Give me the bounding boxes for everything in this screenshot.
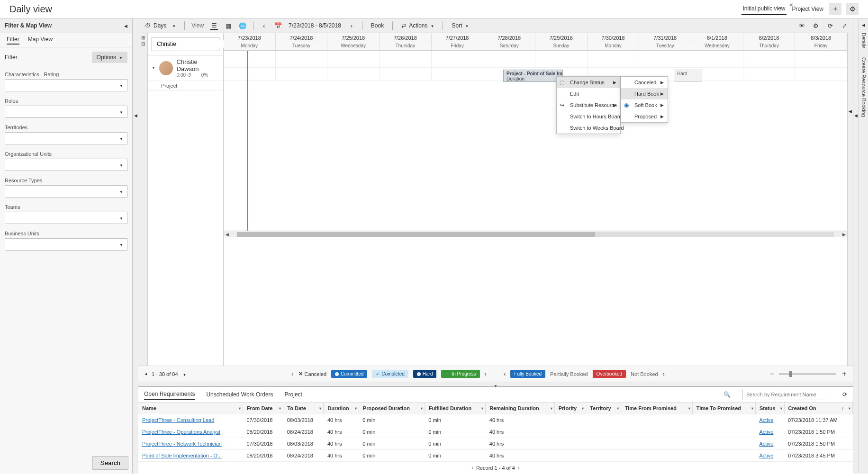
refresh-icon[interactable]: ⟳ [842, 391, 847, 398]
search-icon[interactable]: 🔍 [723, 391, 731, 398]
day-cell[interactable] [639, 51, 691, 67]
pager-next[interactable]: › [518, 465, 520, 471]
eye-icon[interactable]: 👁 [798, 22, 805, 29]
search-input[interactable] [156, 40, 229, 48]
grid-view-button[interactable]: ▦ [225, 22, 232, 29]
menu-edit[interactable]: Edit [557, 88, 620, 99]
menu-status-canceled[interactable]: Canceled▶ [621, 77, 668, 88]
refresh-icon[interactable]: ⟳ [826, 22, 834, 29]
day-cell[interactable] [380, 51, 432, 67]
status-link[interactable]: Active [759, 417, 773, 423]
zoom-slider[interactable] [779, 373, 836, 375]
column-header[interactable]: Fulfilled Duration▾ [425, 403, 486, 414]
column-header[interactable]: Proposed Duration▾ [359, 403, 425, 414]
tab-map-view[interactable]: Map View [28, 36, 53, 45]
filter-select[interactable] [5, 132, 127, 144]
column-header[interactable]: Remaining Duration▾ [486, 403, 554, 414]
menu-change-status[interactable]: ◌ Change Status ▶ [557, 77, 620, 88]
day-cell[interactable] [795, 51, 847, 67]
menu-switch-hours[interactable]: Switch to Hours Board [557, 111, 620, 122]
resource-subrow[interactable]: Project [148, 81, 223, 91]
legend-next2[interactable]: › [663, 370, 665, 377]
column-header[interactable]: Duration▾ [324, 403, 359, 414]
legend-committed[interactable]: Committed [331, 370, 367, 378]
legend-not[interactable]: Not Booked [631, 371, 658, 377]
list-view-button[interactable]: ☰ [210, 22, 218, 30]
status-link[interactable]: Active [759, 453, 773, 458]
book-button[interactable]: Book [369, 21, 386, 30]
prev-range-button[interactable]: ‹ [260, 22, 268, 29]
day-cell[interactable] [743, 68, 796, 81]
prev-page-button[interactable] [142, 372, 148, 376]
day-cell[interactable] [380, 68, 432, 81]
status-link[interactable]: Active [759, 441, 773, 447]
day-cell[interactable] [327, 51, 380, 67]
fullscreen-icon[interactable]: ⤢ [841, 22, 848, 29]
table-row[interactable]: ProjectThree - Consulting Lead07/30/2018… [138, 414, 853, 426]
column-header[interactable]: Time From Promised▾ [621, 403, 692, 414]
legend-next[interactable]: › [485, 370, 487, 377]
day-cell[interactable] [743, 51, 796, 67]
day-cell[interactable] [224, 51, 276, 67]
requirement-link[interactable]: ProjectThree - Operations Analyst [142, 429, 220, 435]
legend-fully[interactable]: Fully Booked [510, 370, 545, 378]
legend-over[interactable]: Overbooked [593, 370, 626, 378]
day-cell[interactable] [276, 68, 328, 81]
day-cell[interactable] [224, 68, 276, 81]
resource-row[interactable]: Christie Dawson 0:00 ⏱ 0% [148, 55, 223, 81]
legend-inprogress[interactable]: ⋯In Progress [441, 370, 479, 378]
zoom-out-button[interactable]: − [770, 370, 774, 378]
legend-completed[interactable]: Completed [372, 370, 408, 378]
column-header[interactable]: Time To Promised▾ [692, 403, 755, 414]
column-header[interactable]: Priority▾ [554, 403, 586, 414]
column-header[interactable]: To Date▾ [283, 403, 324, 414]
table-row[interactable]: ProjectThree - Operations Analyst08/20/2… [138, 426, 853, 438]
legend-canceled[interactable]: ✕Canceled [298, 371, 326, 377]
column-header[interactable]: From Date▾ [243, 403, 283, 414]
collapse-sidebar-button[interactable] [124, 22, 127, 29]
splitter-left[interactable] [133, 18, 138, 474]
day-cell[interactable] [795, 68, 847, 81]
splitter-grid-right[interactable] [847, 33, 853, 366]
settings-button[interactable]: ⚙ [846, 3, 859, 15]
requirement-link[interactable]: ProjectThree - Network Technician [142, 441, 222, 447]
tab-filter[interactable]: Filter [7, 36, 19, 45]
requirement-link[interactable]: Point of Sale Implementation - O... [142, 453, 222, 458]
column-header[interactable]: Created On▾↑ [784, 403, 852, 414]
filter-select[interactable] [5, 238, 127, 251]
column-header[interactable]: Territory▾ [586, 403, 621, 414]
requirement-link[interactable]: ProjectThree - Consulting Lead [142, 417, 214, 423]
status-link[interactable]: Active [759, 429, 773, 435]
expand-resource-icon[interactable] [152, 66, 155, 70]
horizontal-scrollbar[interactable]: ◀▶ [224, 231, 847, 237]
collapse-all-button[interactable]: ⊟ [141, 41, 145, 46]
actions-dropdown[interactable]: ⇄Actions [399, 21, 436, 30]
filter-select[interactable] [5, 79, 127, 91]
day-cell[interactable] [276, 51, 328, 67]
next-range-button[interactable]: › [348, 22, 355, 29]
calendar-icon[interactable]: 📅 [274, 22, 282, 29]
add-view-button[interactable]: ＋ [829, 3, 841, 15]
booking-block[interactable]: Project - Point of Sale Implemen Duratio… [503, 70, 563, 82]
filter-select[interactable] [5, 106, 127, 118]
column-header[interactable]: Name▾ [138, 403, 243, 414]
day-cell[interactable] [483, 51, 535, 67]
menu-status-proposed[interactable]: Proposed▶ [621, 111, 668, 122]
schedule-grid[interactable]: 7/23/2018Monday7/24/2018Tuesday7/25/2018… [224, 33, 847, 366]
table-row[interactable]: ProjectThree - Network Technician07/30/2… [138, 438, 853, 450]
menu-status-hardbook[interactable]: Hard Book▶ [621, 88, 668, 99]
time-unit-dropdown[interactable]: ⏱Days [143, 21, 178, 30]
rail-details[interactable]: Details Create Resource Booking [859, 18, 868, 474]
search-input[interactable] [745, 391, 824, 398]
menu-switch-weeks[interactable]: Switch to Weeks Board [557, 122, 620, 134]
table-row[interactable]: Point of Sale Implementation - O...08/20… [138, 450, 853, 462]
pager-prev[interactable]: ‹ [471, 465, 473, 471]
day-cell[interactable] [588, 51, 640, 67]
globe-view-button[interactable]: 🌐 [239, 22, 246, 29]
filter-select[interactable] [5, 159, 127, 171]
sort-dropdown[interactable]: Sort [450, 21, 470, 30]
next-page-button[interactable] [183, 371, 187, 377]
column-header[interactable]: Status▾ [755, 403, 784, 414]
legend-hard[interactable]: Hard [413, 370, 437, 378]
view-tab-initial[interactable]: Initial public view ✕ [741, 3, 786, 15]
